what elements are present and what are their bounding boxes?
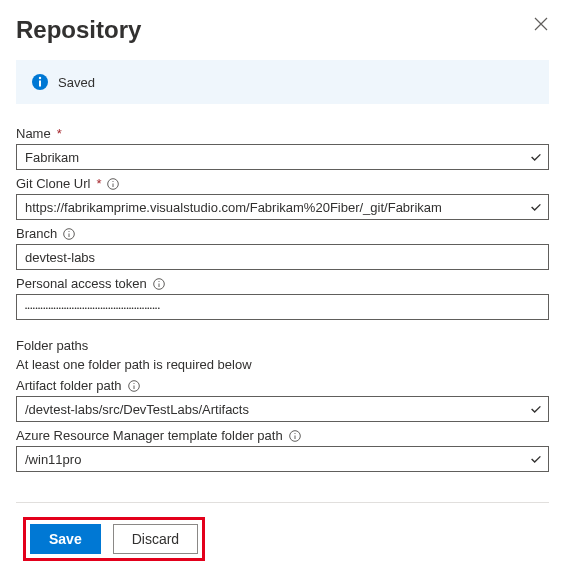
discard-button[interactable]: Discard: [113, 524, 198, 554]
branch-label: Branch: [16, 226, 57, 241]
giturl-field-wrap: [16, 194, 549, 220]
name-label: Name: [16, 126, 51, 141]
branch-input[interactable]: [16, 244, 549, 270]
svg-rect-1: [39, 81, 41, 87]
svg-point-14: [133, 382, 134, 383]
panel-title: Repository: [16, 16, 141, 44]
pat-label: Personal access token: [16, 276, 147, 291]
info-icon[interactable]: [153, 278, 165, 290]
footer-divider: [16, 502, 549, 503]
arm-input[interactable]: [16, 446, 549, 472]
folderpaths-heading: Folder paths: [16, 338, 549, 353]
svg-point-17: [294, 432, 295, 433]
banner-text: Saved: [58, 75, 95, 90]
saved-banner: Saved: [16, 60, 549, 104]
arm-field-wrap: [16, 446, 549, 472]
info-icon[interactable]: [128, 380, 140, 392]
info-icon[interactable]: [289, 430, 301, 442]
branch-label-row: Branch: [16, 226, 549, 241]
name-input[interactable]: [16, 144, 549, 170]
repository-panel: Repository Saved Name * Git Clone Url * …: [0, 0, 565, 573]
artifact-field-wrap: [16, 396, 549, 422]
artifact-input[interactable]: [16, 396, 549, 422]
svg-point-8: [69, 230, 70, 231]
svg-point-2: [39, 77, 41, 79]
artifact-label-row: Artifact folder path: [16, 378, 549, 393]
footer-actions: Save Discard: [16, 517, 549, 573]
close-icon[interactable]: [533, 16, 549, 32]
branch-field-wrap: [16, 244, 549, 270]
required-asterisk: *: [57, 126, 62, 141]
giturl-input[interactable]: [16, 194, 549, 220]
pat-input[interactable]: ••••••••••••••••••••••••••••••••••••••••…: [16, 294, 549, 320]
callout-highlight: Save Discard: [23, 517, 205, 561]
info-icon[interactable]: [107, 178, 119, 190]
pat-label-row: Personal access token: [16, 276, 549, 291]
info-icon[interactable]: [63, 228, 75, 240]
svg-point-5: [113, 180, 114, 181]
artifact-label: Artifact folder path: [16, 378, 122, 393]
svg-point-11: [158, 280, 159, 281]
name-field-wrap: [16, 144, 549, 170]
save-button[interactable]: Save: [30, 524, 101, 554]
arm-label: Azure Resource Manager template folder p…: [16, 428, 283, 443]
name-label-row: Name *: [16, 126, 549, 141]
required-asterisk: *: [96, 176, 101, 191]
info-filled-icon: [32, 74, 48, 90]
giturl-label-row: Git Clone Url *: [16, 176, 549, 191]
arm-label-row: Azure Resource Manager template folder p…: [16, 428, 549, 443]
folderpaths-hint: At least one folder path is required bel…: [16, 357, 549, 372]
giturl-label: Git Clone Url: [16, 176, 90, 191]
panel-header: Repository: [16, 16, 549, 44]
pat-field-wrap: ••••••••••••••••••••••••••••••••••••••••…: [16, 294, 549, 320]
